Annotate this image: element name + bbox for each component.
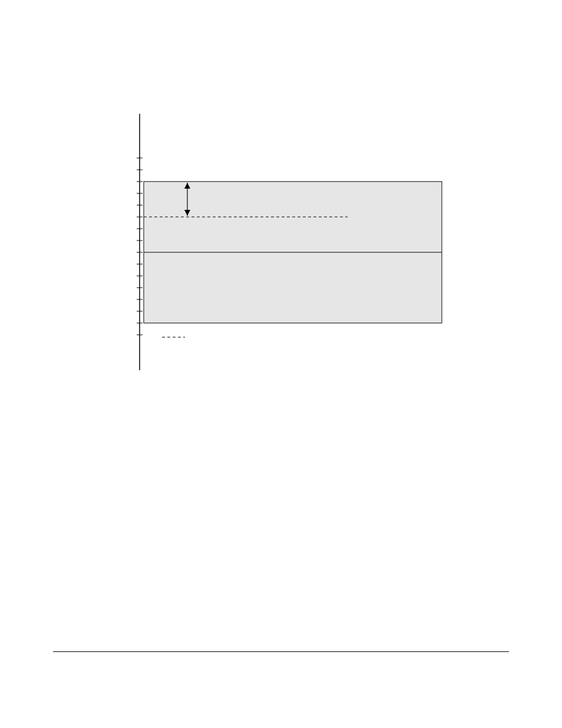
footer-rule <box>53 651 509 652</box>
technical-diagram <box>0 0 562 413</box>
